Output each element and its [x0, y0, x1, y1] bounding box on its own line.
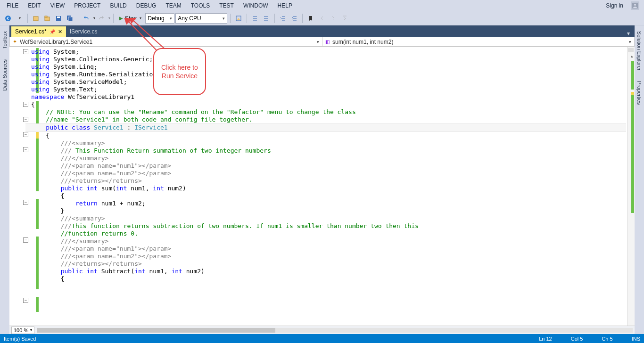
status-bar: Item(s) Saved Ln 12 Col 5 Ch 5 INS — [0, 334, 644, 343]
class-icon: ✦ — [13, 39, 17, 45]
menu-project[interactable]: PROJECT — [69, 1, 105, 10]
menu-tools[interactable]: TOOLS — [186, 1, 215, 10]
svg-rect-5 — [45, 16, 47, 17]
split-handle-icon[interactable] — [628, 48, 634, 52]
redo-dropdown[interactable]: ▾ — [108, 16, 110, 20]
zoom-combo[interactable]: 100 %▾ — [11, 327, 34, 334]
menu-help[interactable]: HELP — [273, 1, 297, 10]
menu-test[interactable]: TEST — [215, 1, 239, 10]
config-combo[interactable]: Debug▾ — [145, 13, 174, 24]
play-icon: ▶ — [119, 16, 123, 21]
tab-iservice[interactable]: IService.cs — [66, 26, 101, 37]
editor-footer: 100 %▾ — [9, 326, 635, 334]
menu-edit[interactable]: EDIT — [23, 1, 45, 10]
prev-bookmark-button[interactable] — [317, 13, 327, 24]
uncomment-button[interactable] — [261, 13, 272, 24]
platform-combo[interactable]: Any CPU▾ — [175, 13, 227, 24]
user-avatar-icon[interactable] — [631, 1, 639, 10]
menu-build[interactable]: BUILD — [105, 1, 131, 10]
status-ins: INS — [632, 336, 640, 342]
start-button[interactable]: ▶ Start ▾ — [116, 13, 144, 24]
code-nav-bar: ✦ WcfServiceLibrary1.Service1 ▾ ◧ sum(in… — [9, 37, 635, 47]
overview-ruler[interactable]: ▴ — [627, 47, 635, 326]
save-button[interactable] — [53, 13, 64, 24]
left-sidebar: Toolbox Data Sources — [0, 25, 9, 334]
next-bookmark-button[interactable] — [328, 13, 339, 24]
svg-rect-9 — [68, 17, 73, 21]
toolbar-icon-1[interactable] — [233, 13, 244, 24]
comment-out-button[interactable] — [250, 13, 260, 24]
menu-window[interactable]: WINDOW — [239, 1, 273, 10]
horizontal-scrollbar[interactable] — [37, 328, 633, 333]
document-tabs: Service1.cs* 📌 ✕ IService.cs ▾ — [9, 25, 635, 37]
toolbar: ▾ ▾ ▾ ▶ Start ▾ Debug▾ Any CPU▾ — [0, 11, 644, 25]
status-message: Item(s) Saved — [4, 336, 36, 342]
save-all-button[interactable] — [65, 13, 75, 24]
menu-view[interactable]: VIEW — [46, 1, 70, 10]
clear-bookmarks-button[interactable] — [339, 13, 350, 24]
nav-back-button[interactable] — [3, 13, 13, 24]
close-icon[interactable]: ✕ — [58, 29, 62, 35]
type-nav-combo[interactable]: ✦ WcfServiceLibrary1.Service1 ▾ — [9, 37, 322, 47]
undo-dropdown[interactable]: ▾ — [93, 16, 95, 20]
menu-team[interactable]: TEAM — [161, 1, 186, 10]
bookmark-button[interactable] — [305, 13, 316, 24]
indent-button[interactable] — [278, 13, 288, 24]
svg-point-2 — [5, 16, 11, 21]
status-col: Col 5 — [571, 336, 583, 342]
tab-service1[interactable]: Service1.cs* 📌 ✕ — [11, 26, 66, 37]
data-sources-tab[interactable]: Data Sources — [1, 57, 8, 94]
tab-label: Service1.cs* — [15, 28, 47, 35]
method-icon: ◧ — [325, 39, 330, 44]
open-file-button[interactable] — [42, 13, 52, 24]
undo-button[interactable] — [81, 13, 91, 24]
new-project-button[interactable] — [31, 13, 41, 24]
status-ch: Ch 5 — [602, 336, 612, 342]
solution-explorer-tab[interactable]: Solution Explorer — [636, 28, 643, 74]
scroll-up-icon[interactable]: ▴ — [631, 54, 633, 58]
member-nav-combo[interactable]: ◧ sum(int num1, int num2) ▾ — [322, 37, 635, 47]
toolbox-tab[interactable]: Toolbox — [1, 28, 8, 52]
tab-label: IService.cs — [70, 28, 98, 35]
tab-overflow-button[interactable]: ▾ — [624, 30, 633, 37]
redo-button[interactable] — [96, 13, 107, 24]
svg-rect-7 — [57, 16, 60, 18]
menu-debug[interactable]: DEBUG — [132, 1, 161, 10]
outdent-button[interactable] — [289, 13, 299, 24]
properties-tab[interactable]: Properties — [636, 78, 643, 107]
annotation-callout: Click here to Run Service — [153, 48, 206, 95]
menu-file[interactable]: FILE — [2, 1, 23, 10]
svg-rect-11 — [268, 16, 269, 21]
pin-icon[interactable]: 📌 — [50, 29, 55, 34]
code-editor[interactable]: −−−−−−−− using System;using System.Colle… — [9, 47, 635, 326]
start-label: Start — [125, 15, 137, 22]
menu-bar: FILE EDIT VIEW PROJECT BUILD DEBUG TEAM … — [0, 0, 644, 11]
svg-rect-3 — [33, 16, 38, 21]
nav-forward-button[interactable]: ▾ — [14, 13, 25, 24]
svg-point-1 — [634, 4, 636, 6]
status-line: Ln 12 — [539, 336, 552, 342]
right-sidebar: Solution Explorer Properties — [635, 25, 644, 334]
signin-link[interactable]: Sign in — [601, 1, 628, 10]
